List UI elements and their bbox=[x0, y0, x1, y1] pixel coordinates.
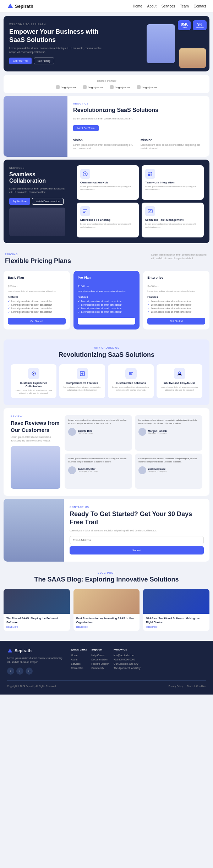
email-input[interactable] bbox=[70, 536, 204, 544]
blog-cards: The Rise of SAAS: Shaping the Future of … bbox=[4, 589, 209, 631]
read-more-2[interactable]: Read More bbox=[146, 626, 207, 628]
feature-1-2: Lorem ipsum dolor sit amet consectetur bbox=[78, 307, 136, 310]
nav-home[interactable]: Home bbox=[133, 4, 142, 8]
price-card-pro: Pro Plan $150/mo Lorem ipsum dolor sit a… bbox=[73, 271, 140, 329]
plan-price-2: $400/mo bbox=[147, 281, 205, 289]
feature-0-0: Lorem ipsum dolor sit amet consectetur bbox=[8, 300, 66, 302]
footer-col-0: Quick Links Home About Services Contact … bbox=[71, 648, 87, 675]
privacy-policy-link[interactable]: Privacy Policy bbox=[168, 685, 182, 687]
service-title-3: Seamless Task Management bbox=[145, 218, 200, 221]
meet-our-team-button[interactable]: Meet Our Team bbox=[73, 125, 99, 131]
blog-body-0: The Rise of SAAS: Shaping the Future of … bbox=[4, 614, 70, 631]
why-icon-0 bbox=[28, 368, 39, 379]
get-started-basic-button[interactable]: Get Started bbox=[8, 318, 66, 325]
hero-title: Empower Your Business with SaaS Solution… bbox=[9, 28, 106, 44]
reviews-desc: Lorem ipsum dolor sit amet consectetur a… bbox=[11, 435, 60, 443]
hero-buttons: Get Free Trial See Pricing bbox=[9, 58, 106, 64]
logo-icon-2 bbox=[83, 85, 87, 89]
services-desc: Lorem ipsum dolor sit amet consectetur a… bbox=[9, 187, 65, 194]
footer-email[interactable]: info@sepirath.com bbox=[114, 654, 141, 657]
why-desc-2: Lorem ipsum dolor sit amet consectetur a… bbox=[111, 386, 151, 392]
blog-card-title-2: SAAS vs. Traditional Software: Making th… bbox=[146, 617, 207, 624]
get-started-enterprise-button[interactable]: Get Started bbox=[147, 318, 205, 325]
footer-link-community[interactable]: Community bbox=[91, 667, 109, 669]
why-card-0: Customer Experience Optimization Lorem i… bbox=[11, 364, 56, 398]
review-text-3: Lorem ipsum dolor sit amet consectetur a… bbox=[138, 457, 199, 464]
blog-body-1: Best Practices for Implementing SAAS in … bbox=[73, 614, 140, 631]
feature-1-1: Lorem ipsum dolor sit amet consectetur bbox=[78, 304, 136, 306]
service-card-3: Seamless Task Management Lorem ipsum dol… bbox=[142, 203, 204, 237]
pricing-cards: Basic Plan $50/mo Lorem ipsum dolor sit … bbox=[4, 271, 209, 329]
footer-link-feature-support[interactable]: Feature Support bbox=[91, 663, 109, 665]
get-started-pro-button[interactable]: Get Started bbox=[78, 318, 136, 325]
feature-2-2: Lorem ipsum dolor sit amet consectetur bbox=[147, 307, 205, 310]
why-card-2: Customizable Solutions Lorem ipsum dolor… bbox=[108, 364, 154, 398]
footer-divider bbox=[7, 680, 206, 681]
service-card-2: Effortless File Sharing Lorem ipsum dolo… bbox=[77, 203, 139, 237]
instagram-icon[interactable]: in bbox=[26, 668, 33, 675]
see-pricing-button[interactable]: See Pricing bbox=[34, 58, 54, 64]
try-free-button[interactable]: Try For Free bbox=[9, 198, 30, 205]
review-card-1: Lorem ipsum dolor sit amet consectetur a… bbox=[135, 415, 202, 450]
footer-link-help[interactable]: Help Center bbox=[91, 654, 109, 657]
services-title: Seamless Collaboration bbox=[9, 171, 65, 184]
services-buttons: Try For Free Watch Demonstration bbox=[9, 198, 65, 205]
submit-button[interactable]: Submit bbox=[70, 546, 204, 554]
plan-period-0: /mo bbox=[12, 285, 17, 288]
about-vision: Vision Lorem ipsum dolor sit amet consec… bbox=[73, 138, 136, 150]
reviewer-1: Morgan Hannah Manager, Company bbox=[138, 428, 199, 436]
stat-badge-users: 85K Users bbox=[178, 20, 191, 30]
nav-links: Home About Services Team Contact bbox=[133, 4, 206, 8]
about-desc: Lorem ipsum dolor sit amet consectetur a… bbox=[73, 117, 204, 121]
navbar: Sepirath Home About Services Team Contac… bbox=[0, 0, 213, 12]
why-card-1: Comprehensive Features Lorem ipsum dolor… bbox=[59, 364, 105, 398]
review-text-0: Lorem ipsum dolor sit amet consectetur a… bbox=[68, 419, 129, 425]
get-free-trial-button[interactable]: Get Free Trial bbox=[9, 58, 32, 64]
footer-link-docs[interactable]: Documentation bbox=[91, 658, 109, 661]
blog-title: The SAAS Blog: Exploring Innovative Solu… bbox=[4, 576, 209, 583]
facebook-icon[interactable]: f bbox=[7, 668, 14, 675]
service-icon-1 bbox=[145, 169, 155, 179]
nav-contact[interactable]: Contact bbox=[194, 4, 206, 8]
footer-link-services[interactable]: Services bbox=[71, 663, 87, 665]
service-title-2: Effortless File Sharing bbox=[80, 218, 135, 221]
pricing-left: PRICING Flexible Pricing Plans bbox=[5, 253, 71, 265]
services-cards: Communication Hub Lorem ipsum dolor sit … bbox=[71, 160, 209, 243]
about-person-image bbox=[4, 96, 67, 157]
terms-link[interactable]: Terms & Condition bbox=[187, 685, 206, 687]
read-more-0[interactable]: Read More bbox=[6, 626, 67, 628]
footer-brand: Sepirath Lorem ipsum dolor sit amet cons… bbox=[7, 648, 64, 675]
stat-badges: 85K Users 9K Reviews bbox=[178, 20, 207, 30]
services-section: SERVICES Seamless Collaboration Lorem ip… bbox=[4, 160, 209, 243]
watch-demo-button[interactable]: Watch Demonstration bbox=[32, 198, 64, 205]
pricing-header: PRICING Flexible Pricing Plans Lorem ips… bbox=[4, 253, 209, 265]
svg-marker-0 bbox=[8, 4, 13, 8]
footer-address-1: Our Location, and City bbox=[114, 663, 141, 665]
logo-3: Logoipsum bbox=[110, 85, 130, 89]
about-content: ABOUT US Revolutionizing SaaS Solutions … bbox=[67, 96, 209, 157]
twitter-icon[interactable]: t bbox=[16, 668, 23, 675]
footer-link-home[interactable]: Home bbox=[71, 654, 87, 657]
footer-phone[interactable]: +62 800 0000 0000 bbox=[114, 658, 141, 661]
nav-about[interactable]: About bbox=[147, 4, 157, 8]
reviews-title: Rave Reviews from Our Customers bbox=[11, 419, 60, 433]
why-tag: WHY CHOOSE US bbox=[11, 347, 202, 349]
why-title: Revolutionizing SaaS Solutions bbox=[11, 351, 202, 359]
nav-team[interactable]: Team bbox=[180, 4, 189, 8]
footer-link-about[interactable]: About bbox=[71, 658, 87, 661]
service-desc-0: Lorem ipsum dolor sit amet consectetur a… bbox=[80, 185, 135, 191]
services-tag: SERVICES bbox=[9, 167, 65, 169]
footer-link-contact[interactable]: Contact Us bbox=[71, 667, 87, 669]
pricing-title: Flexible Pricing Plans bbox=[5, 257, 71, 265]
why-desc-3: Lorem ipsum dolor sit amet consectetur a… bbox=[159, 386, 200, 392]
footer-social: f t in bbox=[7, 668, 64, 675]
why-title-2: Customizable Solutions bbox=[111, 381, 151, 385]
svg-rect-4 bbox=[148, 174, 150, 176]
read-more-1[interactable]: Read More bbox=[76, 626, 137, 628]
nav-services[interactable]: Services bbox=[162, 4, 175, 8]
hero-content: WELCOME TO SEPIRATH Empower Your Busines… bbox=[4, 16, 112, 71]
pricing-tag: PRICING bbox=[5, 253, 71, 256]
about-mission: Mission Lorem ipsum dolor sit amet conse… bbox=[141, 138, 204, 150]
reviews-cards: Lorem ipsum dolor sit amet consectetur a… bbox=[65, 415, 202, 489]
service-card-1: Teamwork Integration Lorem ipsum dolor s… bbox=[142, 165, 204, 200]
